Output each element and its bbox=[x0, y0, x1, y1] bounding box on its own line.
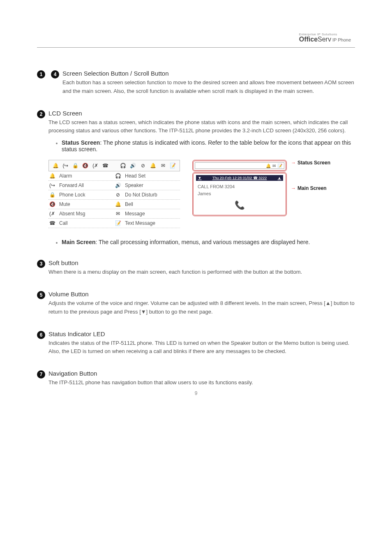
bell-icon: 🔔 bbox=[150, 163, 156, 169]
arrow-up-icon: ▲ bbox=[277, 176, 281, 180]
icon-cell: (↪Forward All bbox=[48, 182, 114, 188]
mute-icon: 🔇 bbox=[82, 163, 89, 169]
bullet-label: Main Screen bbox=[62, 239, 95, 245]
icon-table-row: (✗Absent Msg✉Message bbox=[48, 209, 180, 219]
phone-date-text: Thu 20-Feb 12:28 01/02 ☎ 3222 bbox=[212, 176, 267, 180]
num-badge-3: 3 bbox=[37, 260, 45, 268]
icon-label: Message bbox=[125, 211, 145, 217]
icon-table-row: 🔔Alarm🎧Head Set bbox=[48, 171, 180, 181]
icon-cell: 📝Text Message bbox=[114, 220, 180, 226]
bullet-text: : The phone status is indicated with ico… bbox=[62, 139, 351, 152]
alarm-icon: 🔔 bbox=[52, 163, 59, 169]
brand-ip: IP Phone bbox=[332, 37, 351, 42]
phone-caller-name: James bbox=[198, 190, 281, 197]
brand-light: Serv bbox=[318, 36, 331, 43]
message-icon: ✉ bbox=[114, 211, 122, 217]
icon-label: Text Message bbox=[125, 220, 155, 226]
icon-label: Alarm bbox=[59, 173, 72, 179]
brand-main: OfficeServIP Phone bbox=[299, 36, 351, 43]
icon-label: Do Not Disturb bbox=[125, 192, 157, 198]
num-badge-6: 6 bbox=[37, 331, 45, 339]
phone-date-bar: ▼ Thu 20-Feb 12:28 01/02 ☎ 3222 ▲ bbox=[196, 175, 283, 181]
icon-label: Absent Msg bbox=[59, 211, 85, 217]
absent-icon: (✗ bbox=[48, 211, 56, 217]
section-status-led: 6 Status Indicator LED Indicates the sta… bbox=[37, 330, 355, 356]
num-badge-7: 7 bbox=[37, 370, 45, 379]
forward-icon: (↪ bbox=[62, 163, 69, 169]
dnd-icon: ⊘ bbox=[140, 163, 146, 169]
absent-icon: (✗ bbox=[92, 163, 99, 169]
icon-table-row: 🔒Phone Lock⊘Do Not Disturb bbox=[48, 190, 180, 200]
phone-handset-icon: 📞 bbox=[196, 197, 283, 210]
lock-icon: 🔒 bbox=[48, 192, 56, 198]
phone-body: CALL FROM 3204 James bbox=[196, 181, 283, 197]
section-desc: Adjusts the volume of the voice and ring… bbox=[48, 299, 355, 316]
section-desc: Indicates the status of the ITP-5112L ph… bbox=[48, 339, 355, 356]
phone-screen-illustration: 🔔 ✉ 📝 ▼ Thu 20-Feb 12:28 01/02 ☎ 3222 ▲ bbox=[192, 160, 287, 216]
section-screen-selection: 1 4 Screen Selection Button / Scroll But… bbox=[37, 70, 355, 96]
icon-cell: ✉Message bbox=[114, 211, 180, 217]
call-icon: ☎ bbox=[48, 220, 56, 226]
bell-icon: 🔔 bbox=[266, 164, 271, 168]
lock-icon: 🔒 bbox=[72, 163, 79, 169]
section-title: Screen Selection Button / Scroll Button bbox=[62, 70, 355, 77]
brand-block: Enterprise IP Solutions OfficeServIP Pho… bbox=[299, 33, 351, 43]
icon-label: Speaker bbox=[125, 182, 143, 188]
section-title: Navigation Button bbox=[48, 370, 355, 377]
icon-cell: 🔔Alarm bbox=[48, 173, 114, 179]
num-badge-1: 1 bbox=[37, 70, 45, 78]
bullet-dot-icon bbox=[56, 242, 58, 244]
icon-label: Phone Lock bbox=[59, 192, 85, 198]
speaker-icon: 🔊 bbox=[114, 182, 122, 188]
num-badge-5: 5 bbox=[37, 291, 45, 299]
bullet-text: : The call processing information, menus… bbox=[95, 239, 310, 245]
section-title: Volume Button bbox=[48, 291, 355, 298]
section-desc: The ITP-5112L phone has navigation butto… bbox=[48, 379, 355, 387]
bullet-dot-icon bbox=[56, 143, 58, 144]
callout-main: →Main Screen bbox=[291, 185, 340, 191]
icon-cell: 🎧Head Set bbox=[114, 173, 180, 179]
icon-cell: 🔔Bell bbox=[114, 201, 180, 207]
icon-cell: 🔇Mute bbox=[48, 201, 114, 207]
phone-call-from: CALL FROM 3204 bbox=[198, 183, 281, 190]
call-icon: ☎ bbox=[102, 163, 108, 169]
icon-table-wrap: 🔔 (↪ 🔒 🔇 (✗ ☎ 🎧 🔊 ⊘ 🔔 ✉ � bbox=[48, 160, 355, 228]
bullet-main-screen: Main Screen: The call processing informa… bbox=[56, 239, 355, 245]
icon-label: Forward All bbox=[59, 182, 84, 188]
icon-table-row: 🔇Mute🔔Bell bbox=[48, 200, 180, 209]
bell-icon: 🔔 bbox=[114, 201, 122, 207]
icon-cell: 🔒Phone Lock bbox=[48, 192, 114, 198]
arrow-right-icon: → bbox=[291, 185, 296, 191]
section-desc: The LCD screen has a status screen, whic… bbox=[48, 118, 355, 136]
bullet-status-screen: Status Screen: The phone status is indic… bbox=[56, 139, 355, 152]
text-msg-icon: 📝 bbox=[114, 220, 122, 226]
num-badge-2: 2 bbox=[37, 110, 45, 118]
section-desc: Each button has a screen selection funct… bbox=[62, 78, 355, 96]
text-msg-icon: 📝 bbox=[277, 164, 282, 168]
dnd-icon: ⊘ bbox=[114, 192, 122, 198]
icon-table-row: ☎Call📝Text Message bbox=[48, 219, 180, 228]
mute-icon: 🔇 bbox=[48, 201, 56, 207]
text-msg-icon: 📝 bbox=[170, 163, 176, 169]
section-lcd-screen: 2 LCD Screen The LCD screen has a status… bbox=[37, 110, 355, 246]
bullet-label: Status Screen bbox=[62, 139, 100, 146]
message-icon: ✉ bbox=[160, 163, 166, 169]
icon-label: Bell bbox=[125, 201, 133, 207]
icon-cell: (✗Absent Msg bbox=[48, 211, 114, 217]
status-icon-table: 🔔 (↪ 🔒 🔇 (✗ ☎ 🎧 🔊 ⊘ 🔔 ✉ � bbox=[48, 160, 180, 228]
section-title: Soft button bbox=[48, 259, 355, 266]
forward-icon: (↪ bbox=[48, 182, 56, 188]
icon-row-header: 🔔 (↪ 🔒 🔇 (✗ ☎ 🎧 🔊 ⊘ 🔔 ✉ � bbox=[48, 160, 180, 171]
section-title: Status Indicator LED bbox=[48, 330, 355, 337]
headset-icon: 🎧 bbox=[120, 163, 126, 169]
phone-main-frame: ▼ Thu 20-Feb 12:28 01/02 ☎ 3222 ▲ CALL F… bbox=[192, 172, 287, 216]
speaker-icon: 🔊 bbox=[130, 163, 136, 169]
arrow-down-icon: ▼ bbox=[198, 176, 202, 180]
section-soft-button: 3 Soft button When there is a menu displ… bbox=[37, 259, 355, 277]
icon-cell: 🔊Speaker bbox=[114, 182, 180, 188]
phone-status-bar: 🔔 ✉ 📝 bbox=[195, 162, 284, 169]
section-volume-button: 5 Volume Button Adjusts the volume of th… bbox=[37, 291, 355, 316]
icon-cell: ☎Call bbox=[48, 220, 114, 226]
alarm-icon: 🔔 bbox=[48, 173, 56, 179]
phone-status-frame: 🔔 ✉ 📝 bbox=[192, 160, 287, 171]
